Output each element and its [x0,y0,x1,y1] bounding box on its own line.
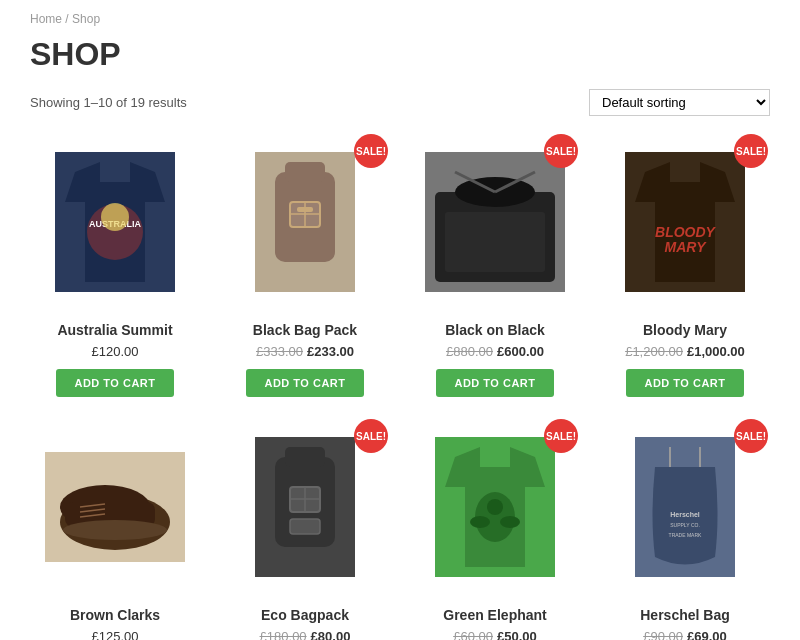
shop-meta: Showing 1–10 of 19 results Default sorti… [0,89,800,132]
add-to-cart-button[interactable]: ADD TO CART [626,369,743,397]
product-price: £180.00£80.00 [220,629,390,640]
sale-badge: SALE! [354,134,388,168]
product-name: Brown Clarks [30,607,200,623]
sale-badge: SALE! [734,134,768,168]
products-grid: AUSTRALIA Australia Summit £120.00 ADD T… [0,132,800,640]
product-name: Black on Black [410,322,580,338]
sale-badge: SALE! [544,419,578,453]
svg-point-4 [101,203,129,231]
svg-rect-11 [297,207,313,212]
product-price-new: £1,000.00 [687,344,745,359]
svg-rect-17 [445,212,545,272]
product-card: SALE! Black on Black £880.00£600.00 ADD … [410,132,580,397]
add-to-cart-button[interactable]: ADD TO CART [56,369,173,397]
product-name: Eco Bagpack [220,607,390,623]
product-price: £1,200.00£1,000.00 [600,344,770,359]
product-name: Bloody Mary [600,322,770,338]
product-price-old: £1,200.00 [625,344,683,359]
product-card: SALE! Eco Bagpack £180.00£80.00 ADD TO C… [220,417,390,640]
svg-point-42 [500,516,520,528]
product-price-old: £90.00 [643,629,683,640]
page-title: SHOP [0,30,800,89]
product-price: £880.00£600.00 [410,344,580,359]
product-card: AUSTRALIA Australia Summit £120.00 ADD T… [30,132,200,397]
product-price-new: £50.00 [497,629,537,640]
breadcrumb-current: Shop [72,12,100,26]
product-price-single: £125.00 [92,629,139,640]
product-price: £120.00 [30,344,200,359]
product-price: £90.00£69.00 [600,629,770,640]
svg-rect-36 [290,519,320,534]
svg-text:TRADE MARK: TRADE MARK [669,532,702,538]
sort-select[interactable]: Default sortingSort by popularitySort by… [589,89,770,116]
product-image-wrap: AUSTRALIA [30,132,200,312]
add-to-cart-button[interactable]: ADD TO CART [436,369,553,397]
product-price: £60.00£50.00 [410,629,580,640]
product-price: £125.00 [30,629,200,640]
product-card: Brown Clarks £125.00 ADD TO CART [30,417,200,640]
product-price-old: £333.00 [256,344,303,359]
product-image-wrap: SALE! [410,132,580,312]
svg-text:SUPPLY CO.: SUPPLY CO. [670,522,700,528]
product-price-new: £80.00 [311,629,351,640]
svg-rect-32 [285,447,325,467]
svg-text:Herschel: Herschel [670,511,700,518]
product-price: £333.00£233.00 [220,344,390,359]
product-price-new: £233.00 [307,344,354,359]
svg-point-26 [63,520,167,540]
svg-point-41 [470,516,490,528]
svg-text:MARY: MARY [665,239,708,255]
product-name: Australia Summit [30,322,200,338]
svg-rect-7 [285,162,325,182]
breadcrumb-home[interactable]: Home [30,12,62,26]
product-name: Green Elephant [410,607,580,623]
product-image-wrap: Herschel SUPPLY CO. TRADE MARK SALE! [600,417,770,597]
product-name: Herschel Bag [600,607,770,623]
product-image-wrap: BLOODY MARY SALE! [600,132,770,312]
sale-badge: SALE! [354,419,388,453]
product-card: SALE! Black Bag Pack £333.00£233.00 ADD … [220,132,390,397]
breadcrumb: Home / Shop [0,0,800,30]
product-image-wrap: SALE! [220,132,390,312]
product-price-old: £60.00 [453,629,493,640]
product-price-new: £600.00 [497,344,544,359]
product-price-old: £880.00 [446,344,493,359]
svg-point-40 [487,499,503,515]
product-price-new: £69.00 [687,629,727,640]
showing-text: Showing 1–10 of 19 results [30,95,187,110]
product-price-old: £180.00 [260,629,307,640]
product-card: SALE! Green Elephant £60.00£50.00 ADD TO… [410,417,580,640]
product-name: Black Bag Pack [220,322,390,338]
product-card: Herschel SUPPLY CO. TRADE MARK SALE! Her… [600,417,770,640]
add-to-cart-button[interactable]: ADD TO CART [246,369,363,397]
sale-badge: SALE! [544,134,578,168]
product-image-wrap: SALE! [220,417,390,597]
product-card: BLOODY MARY SALE! Bloody Mary £1,200.00£… [600,132,770,397]
product-image-wrap: SALE! [410,417,580,597]
sale-badge: SALE! [734,419,768,453]
product-image-wrap [30,417,200,597]
svg-text:BLOODY: BLOODY [655,224,717,240]
product-price-single: £120.00 [92,344,139,359]
